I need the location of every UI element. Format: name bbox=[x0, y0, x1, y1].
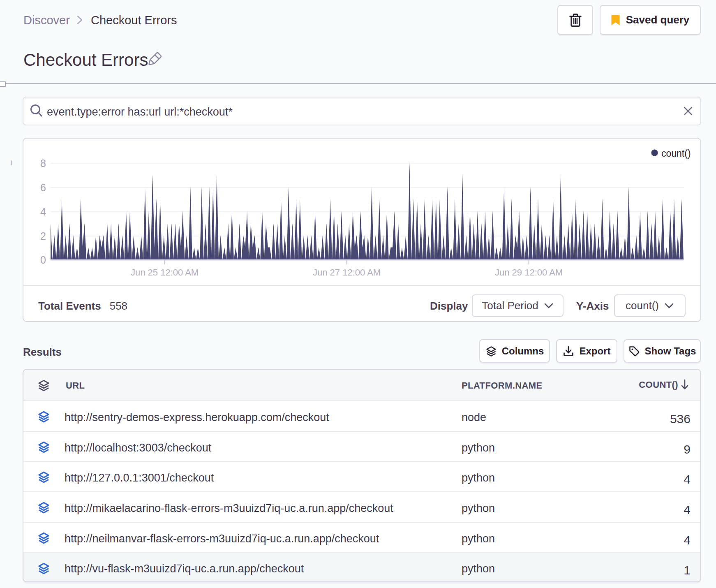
svg-text:Jun 27 12:00 AM: Jun 27 12:00 AM bbox=[313, 267, 381, 278]
svg-text:Jun 29 12:00 AM: Jun 29 12:00 AM bbox=[495, 267, 563, 278]
svg-text:0: 0 bbox=[40, 254, 46, 266]
svg-text:4: 4 bbox=[40, 206, 46, 218]
svg-text:Jun 25 12:00 AM: Jun 25 12:00 AM bbox=[131, 267, 199, 278]
svg-text:2: 2 bbox=[40, 230, 46, 242]
svg-text:8: 8 bbox=[40, 157, 46, 169]
svg-text:6: 6 bbox=[40, 182, 46, 193]
